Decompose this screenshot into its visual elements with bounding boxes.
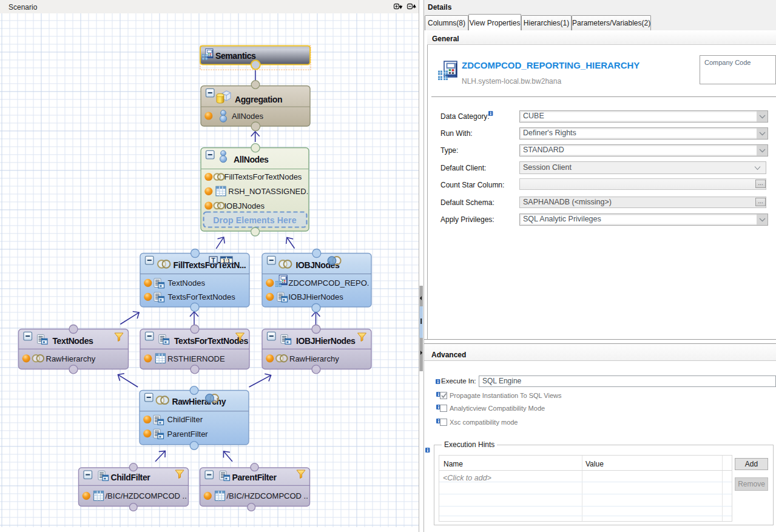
svg-text:IOBJHierNodes: IOBJHierNodes [289, 292, 344, 301]
svg-text:IOBJHierNodes: IOBJHierNodes [296, 336, 356, 346]
svg-text:FillTextsForTextNodes: FillTextsForTextNodes [224, 172, 302, 181]
svg-text:AllNodes: AllNodes [234, 155, 269, 164]
svg-text:TextsForTextNodes: TextsForTextNodes [174, 336, 248, 346]
svg-text:/BIC/HZDCOMPCOD ..: /BIC/HZDCOMPCOD .. [106, 491, 187, 500]
svg-text:RawHierarchy: RawHierarchy [46, 354, 96, 363]
svg-text:T: T [211, 257, 215, 264]
svg-text:IOBJNodes: IOBJNodes [224, 201, 265, 210]
svg-text:RSH_NOTASSIGNED.: RSH_NOTASSIGNED. [228, 187, 308, 196]
svg-text:RawHierarchy: RawHierarchy [289, 354, 339, 363]
svg-text:ParentFilter: ParentFilter [167, 429, 209, 439]
svg-text:ZDCOMPCOD_REPO.: ZDCOMPCOD_REPO. [289, 278, 369, 288]
svg-text:1:1: 1:1 [223, 258, 231, 264]
svg-text:Drop Elements Here: Drop Elements Here [213, 215, 296, 225]
svg-text:ChildFilter: ChildFilter [111, 473, 151, 482]
svg-text:RSTHIERNODE: RSTHIERNODE [167, 354, 225, 363]
svg-text:Semantics: Semantics [215, 51, 256, 61]
svg-text:/BIC/HZDCOMPCOD ..: /BIC/HZDCOMPCOD .. [227, 491, 308, 500]
svg-text:TextNodes: TextNodes [168, 278, 206, 288]
svg-text:ChildFilter: ChildFilter [167, 415, 203, 424]
svg-text:TextsForTextNodes: TextsForTextNodes [168, 292, 236, 301]
svg-text:AllNodes: AllNodes [232, 112, 264, 121]
svg-text:Aggregation: Aggregation [235, 95, 282, 104]
svg-text:ParentFilter: ParentFilter [232, 473, 277, 482]
svg-text:TextNodes: TextNodes [53, 336, 94, 346]
